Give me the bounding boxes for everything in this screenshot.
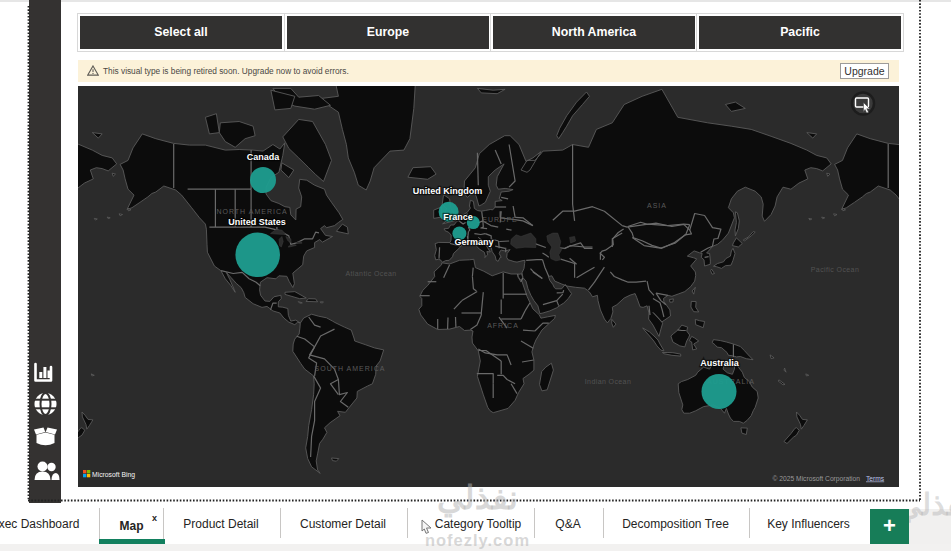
svg-text:EUROPE: EUROPE xyxy=(482,216,518,223)
svg-text:United States: United States xyxy=(228,217,286,227)
svg-text:AFRICA: AFRICA xyxy=(487,322,519,329)
svg-text:Canada: Canada xyxy=(247,152,281,162)
svg-text:ASIA: ASIA xyxy=(647,202,667,209)
svg-text:© 2025 Microsoft Corporation: © 2025 Microsoft Corporation xyxy=(773,474,861,482)
svg-text:Pacific Ocean: Pacific Ocean xyxy=(811,266,859,273)
svg-text:France: France xyxy=(443,211,473,221)
svg-text:Microsoft Bing: Microsoft Bing xyxy=(92,471,135,479)
svg-text:Terms: Terms xyxy=(866,474,885,481)
svg-text:SOUTH AMERICA: SOUTH AMERICA xyxy=(315,365,386,372)
svg-text:United Kingdom: United Kingdom xyxy=(413,186,483,196)
svg-text:Indian Ocean: Indian Ocean xyxy=(585,378,631,385)
svg-text:Germany: Germany xyxy=(454,237,493,247)
svg-text:Australia: Australia xyxy=(700,358,740,368)
svg-text:Atlantic Ocean: Atlantic Ocean xyxy=(345,270,396,277)
svg-text:NORTH AMERICA: NORTH AMERICA xyxy=(216,208,287,215)
